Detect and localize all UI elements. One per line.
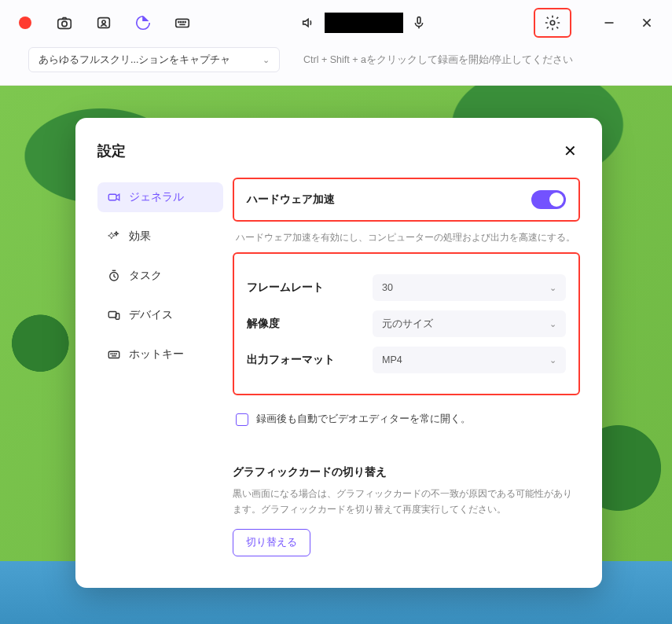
sidebar-item-label: タスク: [129, 269, 162, 283]
chevron-down-icon: ⌄: [263, 55, 270, 65]
svg-point-1: [62, 21, 67, 26]
hw-accel-label: ハードウェア加速: [247, 193, 335, 207]
svg-rect-2: [98, 18, 110, 28]
svg-point-5: [178, 22, 179, 23]
auto-open-editor-row[interactable]: 録画後も自動でビデオエディターを常に開く。: [236, 413, 580, 426]
framerate-value: 30: [382, 282, 393, 293]
close-button[interactable]: ✕: [560, 138, 580, 163]
svg-rect-10: [417, 17, 420, 24]
sidebar-item-label: ホットキー: [129, 347, 184, 362]
hw-accel-description: ハードウェア加速を有効にし、コンピューターの処理および出力を高速にする。: [236, 231, 580, 244]
settings-button-highlight: [534, 8, 571, 38]
sidebar-item-tasks[interactable]: タスク: [97, 261, 223, 291]
format-value: MP4: [382, 354, 402, 365]
framerate-label: フレームレート: [247, 281, 373, 295]
close-window-button[interactable]: [636, 12, 658, 34]
format-label: 出力フォーマット: [247, 353, 373, 367]
sidebar-item-effects[interactable]: 効果: [97, 222, 223, 251]
audio-controls: [298, 12, 430, 34]
sidebar-item-label: デバイス: [129, 308, 173, 322]
capture-mode-value: あらゆるフルスクリ...ションをキャプチャ: [39, 53, 230, 67]
format-select[interactable]: MP4 ⌄: [373, 347, 566, 373]
record-hint: Ctrl + Shift + aをクリックして録画を開始/停止してください: [303, 53, 573, 67]
settings-button[interactable]: [542, 12, 564, 34]
auto-open-editor-checkbox[interactable]: [236, 413, 248, 426]
camera-icon[interactable]: [53, 12, 75, 34]
svg-rect-4: [176, 19, 189, 27]
chevron-down-icon: ⌄: [549, 283, 556, 293]
svg-rect-18: [108, 312, 116, 318]
chevron-down-icon: ⌄: [549, 355, 556, 365]
svg-point-23: [112, 354, 113, 354]
settings-panel: ハードウェア加速 ハードウェア加速を有効にし、コンピューターの処理および出力を高…: [223, 178, 580, 567]
record-button[interactable]: [14, 12, 36, 34]
gfx-switch-button-label: 切り替える: [246, 537, 297, 548]
svg-point-3: [102, 20, 105, 24]
gfx-switch-title: グラフィックカードの切り替え: [233, 465, 580, 479]
output-settings-highlight: フレームレート 30 ⌄ 解像度 元のサイズ ⌄ 出力フォーマット: [233, 252, 580, 395]
svg-point-7: [182, 22, 183, 23]
resolution-value: 元のサイズ: [382, 318, 433, 331]
topbar: あらゆるフルスクリ...ションをキャプチャ ⌄ Ctrl + Shift + a…: [0, 0, 672, 86]
svg-rect-20: [108, 351, 119, 358]
keyboard-small-icon: [107, 347, 121, 362]
svg-point-8: [185, 22, 185, 23]
svg-rect-16: [108, 194, 116, 200]
svg-point-24: [114, 354, 115, 354]
device-icon: [107, 308, 121, 322]
svg-point-12: [550, 20, 555, 25]
svg-point-22: [111, 354, 112, 354]
sidebar-item-label: ジェネラル: [129, 190, 184, 204]
chevron-down-icon: ⌄: [549, 319, 556, 329]
auto-open-editor-label: 録画後も自動でビデオエディターを常に開く。: [256, 413, 471, 426]
svg-rect-0: [58, 19, 72, 28]
svg-point-6: [181, 22, 182, 23]
sparkle-icon: [107, 229, 121, 244]
resolution-select[interactable]: 元のサイズ ⌄: [373, 310, 566, 337]
clock-icon: [107, 269, 121, 283]
sidebar-item-devices[interactable]: デバイス: [97, 300, 223, 330]
mic-icon[interactable]: [408, 12, 430, 34]
sidebar-item-hotkeys[interactable]: ホットキー: [97, 340, 223, 369]
capture-mode-select[interactable]: あらゆるフルスクリ...ションをキャプチャ ⌄: [28, 47, 280, 72]
keyboard-icon[interactable]: [171, 12, 193, 34]
minimize-button[interactable]: [598, 12, 620, 34]
sidebar-item-label: 効果: [129, 229, 151, 244]
settings-modal: 設定 ✕ ジェネラル 効果 タスク デバイス ホットキー: [75, 118, 602, 588]
gfx-switch-description: 黒い画面になる場合は、グラフィックカードの不一致が原因である可能性があります。グ…: [233, 486, 580, 518]
framerate-select[interactable]: 30 ⌄: [373, 274, 566, 301]
audio-source-redacted: [325, 13, 403, 33]
cursor-icon[interactable]: [132, 12, 154, 34]
modal-title: 設定: [97, 141, 126, 160]
webcam-icon[interactable]: [93, 12, 115, 34]
resolution-label: 解像度: [247, 317, 373, 331]
settings-sidebar: ジェネラル 効果 タスク デバイス ホットキー: [97, 178, 223, 567]
hw-accel-highlight: ハードウェア加速: [233, 178, 580, 222]
sidebar-item-general[interactable]: ジェネラル: [97, 182, 223, 212]
svg-point-25: [116, 354, 117, 354]
gfx-switch-button[interactable]: 切り替える: [233, 529, 310, 556]
video-icon: [107, 190, 121, 204]
hw-accel-toggle[interactable]: [531, 190, 566, 209]
speaker-icon[interactable]: [298, 12, 320, 34]
